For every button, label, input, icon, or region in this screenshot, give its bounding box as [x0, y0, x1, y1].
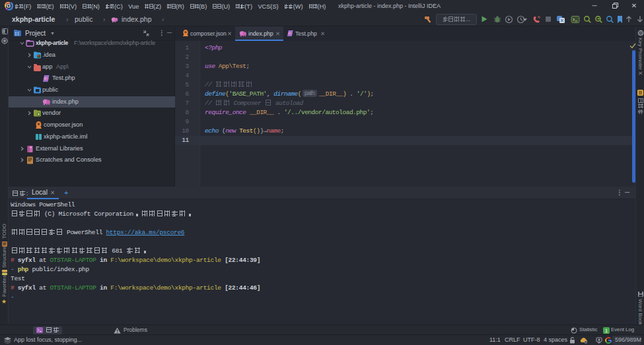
- svg-text:1: 1: [605, 328, 608, 334]
